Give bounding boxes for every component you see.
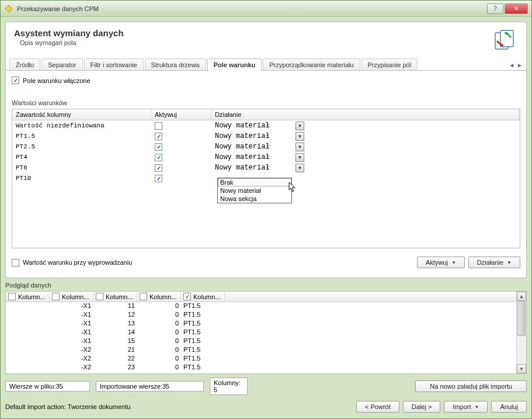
preview-col-header[interactable]: Kolumn... [6, 292, 50, 302]
grid-cell-action[interactable]: Nowy materiał [215, 153, 270, 161]
grid-cell-action[interactable]: Nowy materiał [215, 122, 270, 130]
preview-cell: 23 [93, 363, 137, 372]
preview-cell: 0 [137, 320, 181, 328]
preview-cell [6, 302, 50, 311]
preview-row[interactable]: -X2210PT1.5 [6, 346, 516, 355]
col-header-activate[interactable]: Aktywuj [151, 109, 211, 120]
import-button[interactable]: Import▼ [444, 401, 488, 413]
preview-col-header[interactable]: Kolumn... [181, 292, 225, 302]
col-header-content[interactable]: Zawartość kolumny [12, 109, 151, 120]
preview-cell: PT1.5 [181, 328, 225, 337]
action-dropdown-button[interactable]: ▼ [295, 143, 304, 151]
grid-cell-content[interactable]: PT1.5 [12, 133, 151, 140]
preview-cell: -X1 [50, 302, 93, 311]
reload-import-button[interactable]: Na nowo załaduj plik importu [415, 380, 527, 392]
grid-cell-activate[interactable] [155, 122, 162, 130]
help-button[interactable]: ? [487, 4, 503, 14]
preview-cell [6, 337, 50, 346]
dropdown-option[interactable]: Nowa sekcja [218, 195, 291, 203]
action-dropdown-button[interactable]: ▼ [295, 122, 304, 130]
grid-cell-activate[interactable] [155, 164, 162, 172]
tab-filter-sort[interactable]: Filtr i sortowanie [84, 58, 144, 71]
tab-condition-field[interactable]: Pole warunku [207, 58, 262, 71]
preview-cell: 14 [93, 328, 137, 337]
vertical-scrollbar[interactable]: ▲ ▼ [516, 292, 526, 373]
grid-cell-content[interactable]: Wartość niezdefiniowana [12, 122, 151, 129]
activate-button[interactable]: Aktywuj▼ [417, 257, 465, 268]
condition-on-derive-checkbox[interactable] [12, 259, 19, 266]
grid-cell-activate[interactable] [155, 175, 162, 182]
preview-cell: PT1.5 [181, 346, 225, 355]
action-button[interactable]: Działanie▼ [468, 257, 520, 268]
default-action-label: Default import action: Tworzenie dokumen… [5, 403, 130, 410]
tab-material-assignment[interactable]: Przyporządkowanie materiału [263, 58, 360, 71]
grid-cell-content[interactable]: PT10 [12, 175, 151, 182]
chevron-down-icon: ▼ [507, 260, 512, 265]
preview-cell: -X1 [50, 328, 93, 337]
cancel-button[interactable]: Anuluj [491, 401, 527, 413]
tab-separator[interactable]: Separator [41, 58, 82, 71]
tab-scroll-right[interactable]: ► [517, 62, 523, 68]
preview-cell [6, 363, 50, 372]
next-button[interactable]: Dalej > [403, 401, 441, 413]
condition-enabled-checkbox[interactable] [12, 77, 19, 84]
tab-field-assignment[interactable]: Przypisanie pól [361, 58, 418, 71]
preview-row[interactable]: -X1120PT1.5 [6, 311, 516, 320]
preview-row[interactable]: -X1150PT1.5 [6, 337, 516, 346]
preview-col-header[interactable]: Kolumn... [93, 292, 137, 302]
preview-cell: 0 [137, 302, 181, 311]
col-check[interactable] [52, 293, 60, 300]
grid-cell-action[interactable]: Nowy materiał [215, 143, 270, 151]
preview-row[interactable]: -X1140PT1.5 [6, 328, 516, 337]
preview-col-header[interactable]: Kolumn... [50, 292, 93, 302]
preview-cell: 0 [137, 337, 181, 346]
condition-enabled-label: Pole warunku włączone [23, 77, 91, 84]
col-check[interactable] [183, 293, 191, 300]
preview-row[interactable]: -X2220PT1.5 [6, 355, 516, 363]
status-imported-rows: Importowane wiersze:35 [96, 381, 204, 392]
preview-label: Podgląd danych [5, 282, 527, 289]
grid-cell-activate[interactable] [155, 154, 162, 161]
action-dropdown-button[interactable]: ▼ [295, 132, 304, 141]
scroll-track[interactable] [517, 301, 526, 364]
preview-cell: 0 [137, 328, 181, 337]
grid-cell-action[interactable]: Nowy materiał [215, 132, 270, 140]
close-button[interactable]: ✕ [505, 4, 528, 14]
col-header-action[interactable]: Działanie [211, 109, 520, 120]
col-check[interactable] [96, 293, 103, 300]
back-button[interactable]: < Powrót [356, 401, 399, 413]
chevron-down-icon: ▼ [451, 260, 456, 265]
scroll-thumb[interactable] [517, 301, 526, 336]
status-rows-in-file: Wiersze w pliku:35 [5, 381, 90, 392]
preview-cell [6, 320, 50, 328]
dropdown-option[interactable]: Nowy materiał [218, 186, 291, 195]
preview-col-header[interactable]: Kolumn... [137, 292, 181, 302]
action-dropdown-button[interactable]: ▼ [295, 164, 304, 172]
preview-row[interactable]: -X1110PT1.5 [6, 302, 516, 311]
scroll-down-button[interactable]: ▼ [517, 364, 526, 373]
preview-cell: -X2 [50, 346, 93, 355]
col-check[interactable] [140, 293, 147, 300]
preview-row[interactable]: -X1130PT1.5 [6, 320, 516, 328]
scroll-up-button[interactable]: ▲ [517, 292, 526, 301]
preview-cell: 0 [137, 363, 181, 372]
grid-cell-activate[interactable] [155, 133, 162, 140]
preview-cell: PT1.5 [181, 363, 225, 372]
grid-cell-activate[interactable] [155, 143, 162, 151]
dropdown-option[interactable]: Brak [218, 178, 291, 186]
grid-cell-content[interactable]: PT6 [12, 164, 151, 171]
preview-cell: 11 [93, 302, 137, 311]
preview-cell: 12 [93, 311, 137, 320]
preview-row[interactable]: -X2230PT1.5 [6, 363, 516, 372]
tab-source[interactable]: Źródło [9, 58, 40, 71]
tab-tree-structure[interactable]: Struktura drzewa [145, 58, 206, 71]
tabstrip: Źródło Separator Filtr i sortowanie Stru… [5, 56, 527, 71]
preview-cell: 0 [137, 355, 181, 363]
tab-scroll-left[interactable]: ◄ [509, 62, 514, 68]
grid-cell-content[interactable]: PT4 [12, 154, 151, 161]
action-dropdown-button[interactable]: ▼ [295, 153, 304, 162]
grid-cell-action[interactable]: Nowy materiał [215, 164, 270, 172]
assistant-title: Asystent wymiany danych [14, 28, 124, 38]
grid-cell-content[interactable]: PT2.5 [12, 143, 151, 150]
col-check[interactable] [8, 293, 16, 300]
